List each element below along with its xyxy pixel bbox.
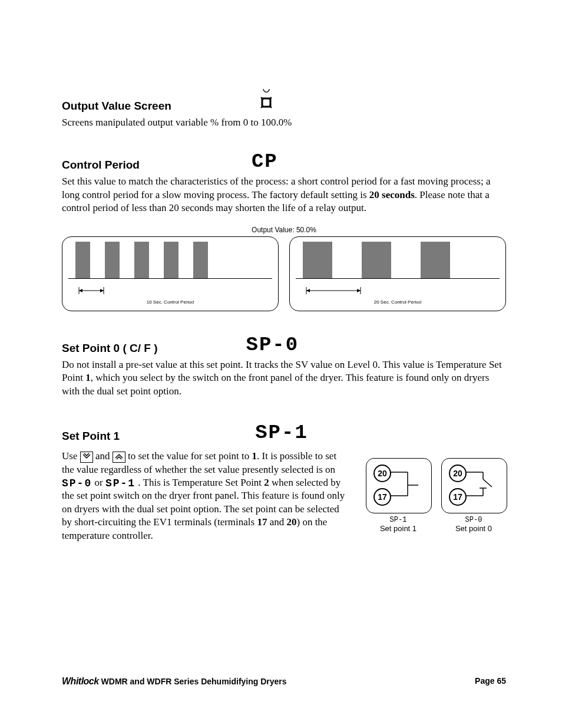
heading-output-value: Output Value Screen bbox=[62, 100, 171, 113]
section-setpoint0-heading-row: Set Point 0 ( C/ F ) SP-0 bbox=[62, 335, 506, 355]
figure-caption: Set point 0 bbox=[441, 524, 506, 533]
setpoint0-segment: SP-0 bbox=[246, 335, 299, 355]
figure-caption: Set point 1 bbox=[366, 524, 431, 533]
chart-panel-label: 10 Sec. Control Period bbox=[62, 299, 278, 305]
heading-control-period: Control Period bbox=[62, 159, 140, 172]
sp1-inline-segment: SP-1 bbox=[105, 477, 135, 489]
figure-setpoint1: 20 17 SP-1 Set point 1 bbox=[366, 458, 431, 533]
setpoint0-body: Do not install a pre-set value at this s… bbox=[62, 358, 506, 398]
section-output-value-heading-row: Output Value Screen ◡ bbox=[62, 87, 506, 113]
up-button-icon bbox=[113, 452, 125, 463]
svg-marker-14 bbox=[357, 289, 361, 292]
svg-marker-13 bbox=[306, 289, 310, 292]
chart-panel-20sec: 20 Sec. Control Period bbox=[289, 236, 506, 311]
footer-title: WDMR and WDFR Series Dehumidifying Dryer… bbox=[99, 677, 287, 686]
section-setpoint1-heading-row: Set Point 1 SP-1 bbox=[62, 423, 506, 443]
down-button-icon bbox=[80, 452, 93, 463]
setpoint1-segment: SP-1 bbox=[255, 423, 308, 443]
page-footer: Whitlock WDMR and WDFR Series Dehumidify… bbox=[62, 676, 506, 687]
document-page: Output Value Screen ◡ Screens manipulate… bbox=[0, 0, 562, 728]
setpoint1-body: Use and to set the value for set point t… bbox=[62, 446, 348, 542]
chart-title: Output Value: 50.0% bbox=[62, 226, 506, 234]
svg-marker-9 bbox=[100, 289, 104, 292]
figure-setpoint0: 20 17 SP-0 Set point 0 bbox=[441, 458, 506, 533]
section-control-period-heading-row: Control Period CP bbox=[62, 151, 506, 172]
setpoint-terminal-figures: 20 17 SP-1 Set point 1 20 17 bbox=[366, 458, 506, 533]
closed-switch-icon bbox=[366, 459, 431, 513]
open-switch-icon bbox=[442, 459, 507, 513]
control-period-segment: CP bbox=[252, 151, 278, 172]
footer-brand: Whitlock bbox=[62, 676, 99, 686]
control-period-chart: Output Value: 50.0% bbox=[62, 226, 506, 311]
svg-rect-0 bbox=[262, 98, 270, 107]
svg-line-22 bbox=[483, 479, 492, 487]
svg-marker-8 bbox=[79, 289, 82, 292]
chart-panel-10sec: 10 Sec. Control Period bbox=[62, 236, 279, 311]
output-value-segment-icon: ◡ bbox=[260, 84, 273, 109]
heading-setpoint0: Set Point 0 ( C/ F ) bbox=[62, 342, 158, 355]
period-arrow-icon bbox=[304, 286, 363, 295]
control-period-body: Set this value to match the characterist… bbox=[62, 175, 506, 215]
figure-seg-label: SP-1 bbox=[366, 516, 431, 524]
footer-page-number: Page 65 bbox=[475, 676, 506, 687]
sp0-inline-segment: SP-0 bbox=[62, 477, 92, 489]
chart-panel-label: 20 Sec. Control Period bbox=[290, 299, 505, 305]
figure-seg-label: SP-0 bbox=[441, 516, 506, 524]
heading-setpoint1: Set Point 1 bbox=[62, 430, 120, 443]
period-arrow-icon bbox=[77, 286, 106, 295]
output-value-body: Screens manipulated output variable % fr… bbox=[62, 116, 506, 129]
